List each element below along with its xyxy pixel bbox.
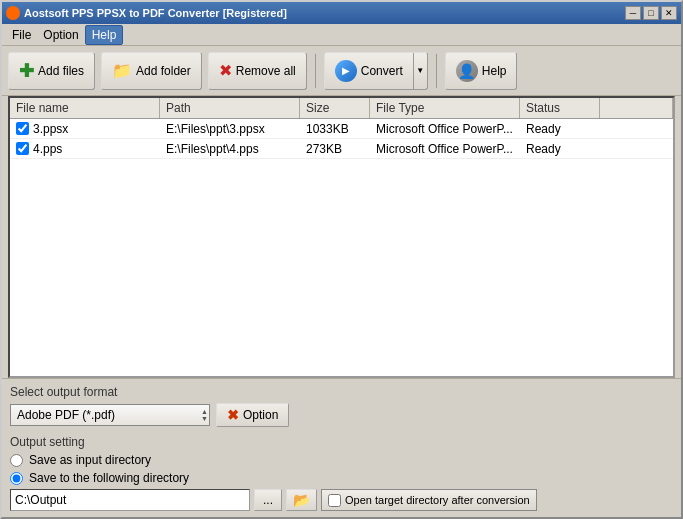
remove-all-button[interactable]: ✖ Remove all xyxy=(208,52,307,90)
file-checkbox-1[interactable] xyxy=(16,142,29,155)
file-name-1: 4.pps xyxy=(33,142,62,156)
convert-dropdown-button[interactable]: ▼ xyxy=(413,53,427,89)
open-target-label-text: Open target directory after conversion xyxy=(345,494,530,506)
convert-icon: ▶ xyxy=(335,60,357,82)
help-label: Help xyxy=(482,64,507,78)
remove-all-label: Remove all xyxy=(236,64,296,78)
col-header-status: Status xyxy=(520,98,600,118)
remove-all-icon: ✖ xyxy=(219,61,232,80)
open-target-checkbox[interactable] xyxy=(328,494,341,507)
option-button[interactable]: ✖ Option xyxy=(216,403,289,427)
table-row: 3.ppsx E:\Files\ppt\3.ppsx 1033KB Micros… xyxy=(10,119,673,139)
add-files-icon: ✚ xyxy=(19,60,34,82)
toolbar: ✚ Add files 📁 Add folder ✖ Remove all ▶ … xyxy=(2,46,681,96)
browse-button[interactable]: ... xyxy=(254,489,282,511)
close-button[interactable]: ✕ xyxy=(661,6,677,20)
file-cell-path-1: E:\Files\ppt\4.pps xyxy=(160,140,300,158)
help-icon: 👤 xyxy=(456,60,478,82)
app-icon xyxy=(6,6,20,20)
output-section-label: Output setting xyxy=(10,435,673,449)
col-header-extra xyxy=(600,98,673,118)
window-title: Aostsoft PPS PPSX to PDF Converter [Regi… xyxy=(24,7,287,19)
maximize-button[interactable]: □ xyxy=(643,6,659,20)
menu-help[interactable]: Help xyxy=(85,25,124,45)
col-header-size: Size xyxy=(300,98,370,118)
table-row: 4.pps E:\Files\ppt\4.pps 273KB Microsoft… xyxy=(10,139,673,159)
menu-bar: File Option Help xyxy=(2,24,681,46)
menu-file[interactable]: File xyxy=(6,26,37,44)
add-folder-icon: 📁 xyxy=(112,61,132,80)
radio-row-1: Save as input directory xyxy=(10,453,673,467)
file-name-0: 3.ppsx xyxy=(33,122,68,136)
toolbar-separator xyxy=(315,54,316,88)
toolbar-separator-2 xyxy=(436,54,437,88)
title-bar: Aostsoft PPS PPSX to PDF Converter [Regi… xyxy=(2,2,681,24)
title-buttons: ─ □ ✕ xyxy=(625,6,677,20)
col-header-type: File Type xyxy=(370,98,520,118)
file-cell-path-0: E:\Files\ppt\3.ppsx xyxy=(160,120,300,138)
main-window: Aostsoft PPS PPSX to PDF Converter [Regi… xyxy=(0,0,683,519)
open-folder-icon: 📂 xyxy=(293,492,310,508)
option-button-label: Option xyxy=(243,408,278,422)
help-button[interactable]: 👤 Help xyxy=(445,52,518,90)
add-folder-button[interactable]: 📁 Add folder xyxy=(101,52,202,90)
file-cell-size-1: 273KB xyxy=(300,140,370,158)
file-checkbox-0[interactable] xyxy=(16,122,29,135)
radio-label-2: Save to the following directory xyxy=(29,471,189,485)
convert-main-button[interactable]: ▶ Convert xyxy=(325,53,413,89)
add-files-button[interactable]: ✚ Add files xyxy=(8,52,95,90)
title-bar-left: Aostsoft PPS PPSX to PDF Converter [Regi… xyxy=(6,6,287,20)
file-cell-extra-1 xyxy=(600,147,673,151)
col-header-path: Path xyxy=(160,98,300,118)
file-cell-type-0: Microsoft Office PowerP... xyxy=(370,120,520,138)
bottom-panel: Select output format Adobe PDF (*.pdf) ▲… xyxy=(2,378,681,517)
open-target-checkbox-label[interactable]: Open target directory after conversion xyxy=(321,489,537,511)
format-select[interactable]: Adobe PDF (*.pdf) xyxy=(10,404,210,426)
radio-label-1: Save as input directory xyxy=(29,453,151,467)
file-cell-name-0: 3.ppsx xyxy=(10,120,160,138)
format-section-label: Select output format xyxy=(10,385,673,399)
dir-row: ... 📂 Open target directory after conver… xyxy=(10,489,673,511)
file-cell-name-1: 4.pps xyxy=(10,140,160,158)
format-row: Adobe PDF (*.pdf) ▲▼ ✖ Option xyxy=(10,403,673,427)
add-folder-label: Add folder xyxy=(136,64,191,78)
radio-following-dir[interactable] xyxy=(10,472,23,485)
file-table: File name Path Size File Type Status 3.p… xyxy=(8,96,675,378)
radio-row-2: Save to the following directory xyxy=(10,471,673,485)
format-select-wrapper: Adobe PDF (*.pdf) ▲▼ xyxy=(10,404,210,426)
file-cell-type-1: Microsoft Office PowerP... xyxy=(370,140,520,158)
menu-option[interactable]: Option xyxy=(37,26,84,44)
output-section: Output setting Save as input directory S… xyxy=(10,435,673,511)
file-cell-status-0: Ready xyxy=(520,120,600,138)
table-body: 3.ppsx E:\Files\ppt\3.ppsx 1033KB Micros… xyxy=(10,119,673,376)
file-cell-extra-0 xyxy=(600,127,673,131)
convert-button-group: ▶ Convert ▼ xyxy=(324,52,428,90)
open-folder-button[interactable]: 📂 xyxy=(286,489,317,511)
option-icon: ✖ xyxy=(227,407,239,423)
file-cell-size-0: 1033KB xyxy=(300,120,370,138)
radio-input-directory[interactable] xyxy=(10,454,23,467)
add-files-label: Add files xyxy=(38,64,84,78)
table-header: File name Path Size File Type Status xyxy=(10,98,673,119)
col-header-name: File name xyxy=(10,98,160,118)
convert-label: Convert xyxy=(361,64,403,78)
minimize-button[interactable]: ─ xyxy=(625,6,641,20)
file-cell-status-1: Ready xyxy=(520,140,600,158)
dir-input[interactable] xyxy=(10,489,250,511)
